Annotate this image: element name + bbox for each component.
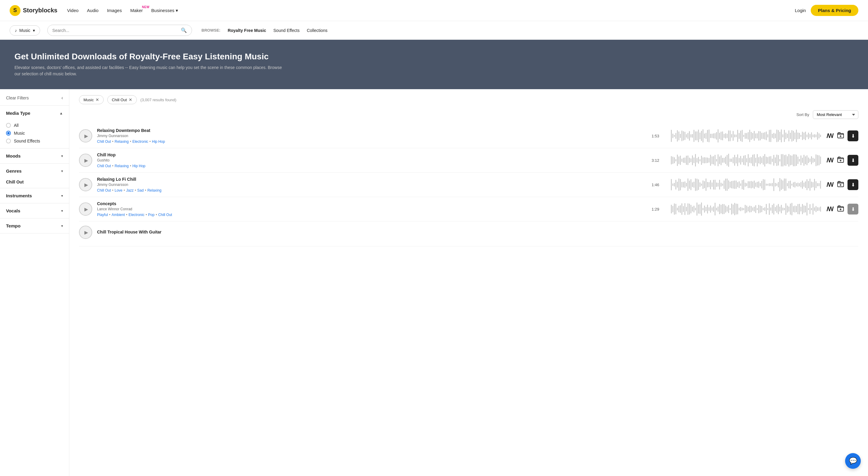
track-info-3: Relaxing Lo Fi Chill Jimmy Gunnarsson Ch… bbox=[97, 177, 647, 192]
moods-header[interactable]: Moods ▾ bbox=[0, 149, 69, 163]
media-type-all[interactable]: All bbox=[6, 123, 63, 128]
tag-jazz-3[interactable]: Jazz bbox=[126, 188, 133, 192]
download-button-1[interactable]: ⬇ bbox=[847, 130, 858, 141]
track-list: ▶ Relaxing Downtempo Beat Jimmy Gunnarss… bbox=[79, 124, 858, 247]
media-type-header[interactable]: Media Type ▲ bbox=[0, 106, 69, 121]
track-info-5: Chill Tropical House With Guitar bbox=[97, 229, 858, 235]
navbar: S Storyblocks Video Audio Images MakerNE… bbox=[0, 0, 868, 21]
chat-bubble[interactable]: 💬 bbox=[845, 453, 861, 469]
nav-links: Video Audio Images MakerNEW Businesses ▾ bbox=[67, 8, 178, 13]
sidebar-collapse-button[interactable]: ‹ bbox=[61, 95, 63, 101]
browse-royalty-free-music[interactable]: Royalty Free Music bbox=[227, 28, 266, 33]
media-type-sound-effects[interactable]: Sound Effects bbox=[6, 138, 63, 144]
tag-electronic-1[interactable]: Electronic bbox=[132, 139, 148, 144]
match-button-2[interactable]: ꟿ bbox=[827, 157, 834, 164]
tag-playful-4[interactable]: Playful bbox=[97, 213, 108, 217]
tag-chill-out-4[interactable]: Chill Out bbox=[158, 213, 172, 217]
tag-electronic-4[interactable]: Electronic bbox=[128, 213, 144, 217]
match-button-3[interactable]: ꟿ bbox=[827, 181, 834, 188]
tag-relaxing-3[interactable]: Relaxing bbox=[147, 188, 161, 192]
browse-label: BROWSE: bbox=[202, 28, 221, 33]
track-title-5: Chill Tropical House With Guitar bbox=[97, 229, 858, 234]
hero-banner: Get Unlimited Downloads of Royalty-Free … bbox=[0, 40, 868, 89]
folder-plus-icon-3 bbox=[837, 181, 844, 187]
waveform-3 bbox=[671, 178, 822, 192]
tag-sad-3[interactable]: Sad bbox=[137, 188, 144, 192]
filter-tag-music[interactable]: Music ✕ bbox=[79, 95, 104, 104]
nav-maker[interactable]: MakerNEW bbox=[130, 8, 143, 13]
media-type-chevron-icon: ▲ bbox=[59, 111, 63, 116]
instruments-header[interactable]: Instruments ▾ bbox=[0, 188, 69, 203]
track-tags-4: Playful • Ambient • Electronic • Pop • C… bbox=[97, 213, 647, 217]
table-row: ▶ Chill Tropical House With Guitar bbox=[79, 221, 858, 247]
play-button-2[interactable]: ▶ bbox=[79, 154, 92, 167]
add-to-collection-button-4[interactable] bbox=[837, 205, 844, 213]
play-button-4[interactable]: ▶ bbox=[79, 202, 92, 216]
moods-chevron-icon: ▾ bbox=[61, 154, 63, 158]
track-title-3: Relaxing Lo Fi Chill bbox=[97, 177, 647, 182]
tag-chill-out-2[interactable]: Chill Out bbox=[97, 164, 111, 168]
tag-ambient-4[interactable]: Ambient bbox=[112, 213, 125, 217]
match-button-4[interactable]: ꟿ bbox=[827, 205, 834, 213]
filter-tag-chill-out-remove[interactable]: ✕ bbox=[129, 97, 132, 102]
chevron-down-icon: ▾ bbox=[176, 8, 178, 13]
nav-businesses[interactable]: Businesses ▾ bbox=[151, 8, 178, 13]
tag-chill-out-3[interactable]: Chill Out bbox=[97, 188, 111, 192]
table-row: ▶ Concepts Lance Winnor Conrad Playful •… bbox=[79, 197, 858, 221]
plans-pricing-button[interactable]: Plans & Pricing bbox=[811, 5, 858, 16]
tag-hip-hop-2[interactable]: Hip Hop bbox=[132, 164, 145, 168]
play-icon-4: ▶ bbox=[84, 207, 88, 212]
track-duration-1: 1:53 bbox=[652, 134, 662, 138]
tag-love-3[interactable]: Love bbox=[115, 188, 122, 192]
nav-video[interactable]: Video bbox=[67, 8, 79, 13]
table-row: ▶ Chill Hop Gushito Chill Out • Relaxing… bbox=[79, 148, 858, 172]
search-type-selector[interactable]: ♪ Music ▾ bbox=[10, 25, 40, 36]
clear-filters-button[interactable]: Clear Filters bbox=[6, 95, 29, 100]
play-button-1[interactable]: ▶ bbox=[79, 129, 92, 142]
track-duration-2: 3:12 bbox=[652, 158, 662, 163]
filter-tag-chill-out[interactable]: Chill Out ✕ bbox=[107, 95, 137, 104]
vocals-header[interactable]: Vocals ▾ bbox=[0, 203, 69, 218]
nav-audio[interactable]: Audio bbox=[87, 8, 98, 13]
sort-select[interactable]: Most Relevant Newest Most Downloaded bbox=[813, 110, 858, 119]
media-type-music[interactable]: Music bbox=[6, 131, 63, 135]
tag-relaxing-1[interactable]: Relaxing bbox=[115, 139, 129, 144]
content-area: Music ✕ Chill Out ✕ (3,007 results found… bbox=[69, 89, 868, 476]
tag-pop-4[interactable]: Pop bbox=[148, 213, 154, 217]
browse-sound-effects[interactable]: Sound Effects bbox=[273, 28, 300, 33]
tag-hip-hop-1[interactable]: Hip Hop bbox=[152, 139, 165, 144]
tag-chill-out-1[interactable]: Chill Out bbox=[97, 139, 111, 144]
track-artist-3: Jimmy Gunnarsson bbox=[97, 183, 647, 187]
search-input[interactable] bbox=[53, 28, 179, 33]
genres-chevron-icon: ▾ bbox=[61, 169, 63, 173]
download-button-2[interactable]: ⬇ bbox=[847, 155, 858, 166]
radio-sound-effects-label: Sound Effects bbox=[14, 138, 40, 144]
track-actions-1: ꟿ ⬇ bbox=[827, 130, 858, 141]
add-to-collection-button-1[interactable] bbox=[837, 132, 844, 140]
play-button-5[interactable]: ▶ bbox=[79, 226, 92, 239]
browse-collections[interactable]: Collections bbox=[307, 28, 327, 33]
nav-images[interactable]: Images bbox=[107, 8, 122, 13]
table-row: ▶ Relaxing Downtempo Beat Jimmy Gunnarss… bbox=[79, 124, 858, 148]
music-note-icon: ♪ bbox=[15, 28, 17, 33]
sidebar-section-media-type: Media Type ▲ All Music Sound Effects bbox=[0, 106, 69, 149]
download-button-3[interactable]: ⬇ bbox=[847, 179, 858, 190]
radio-music-label: Music bbox=[14, 131, 25, 135]
genres-header[interactable]: Genres ▾ bbox=[0, 164, 69, 178]
track-artist-2: Gushito bbox=[97, 158, 647, 162]
login-link[interactable]: Login bbox=[795, 8, 806, 13]
filter-tag-music-remove[interactable]: ✕ bbox=[96, 97, 99, 102]
track-title-1: Relaxing Downtempo Beat bbox=[97, 128, 647, 133]
tag-relaxing-2[interactable]: Relaxing bbox=[115, 164, 129, 168]
main-layout: Clear Filters ‹ Media Type ▲ All Music bbox=[0, 89, 868, 476]
add-to-collection-button-3[interactable] bbox=[837, 181, 844, 189]
logo[interactable]: S Storyblocks bbox=[10, 5, 57, 16]
browse-links: Royalty Free Music Sound Effects Collect… bbox=[227, 28, 327, 33]
play-button-3[interactable]: ▶ bbox=[79, 178, 92, 191]
match-button-1[interactable]: ꟿ bbox=[827, 132, 834, 139]
vocals-title: Vocals bbox=[6, 208, 20, 213]
sidebar-section-genres: Genres ▾ Chill Out bbox=[0, 164, 69, 188]
tempo-header[interactable]: Tempo ▾ bbox=[0, 218, 69, 233]
download-button-4[interactable]: ⬇ bbox=[847, 204, 858, 215]
add-to-collection-button-2[interactable] bbox=[837, 156, 844, 164]
